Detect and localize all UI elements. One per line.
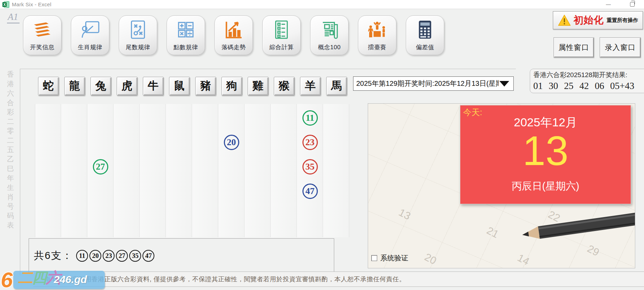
grid-column-蛇	[35, 104, 61, 237]
initialize-button[interactable]: 初始化 重置所有操作	[553, 11, 643, 29]
bar-chart-icon	[223, 19, 244, 40]
properties-window-button[interactable]: 属性窗口	[554, 37, 594, 58]
frame-line-top	[20, 69, 516, 69]
zodiac-button-馬[interactable]: 馬	[326, 77, 347, 96]
calendar-panel: 132120222914 今天: 2025年12月 13 丙辰日(星期六) 系统…	[368, 103, 635, 268]
toolbar-label: 綜合計算	[263, 43, 300, 51]
cell-ref-label: A1	[7, 12, 20, 23]
checklist-icon	[271, 19, 292, 40]
watermark-domain: 246.gd	[54, 274, 87, 285]
lottery-ball-35: 35	[302, 159, 318, 174]
result-panel: 香港六合彩2025128期开奖结果: 013025420605+43	[530, 69, 644, 93]
verify-checkbox[interactable]: 系统验证	[371, 253, 408, 263]
sidebar-vertical-title: 香港六合彩二零二五乙巳年生肖号码表	[6, 70, 15, 230]
toolbar-label: 尾数规律	[119, 43, 157, 51]
toolbar-button-deviation[interactable]: 偏差值	[406, 15, 444, 55]
summary-ball-11: 11	[76, 250, 88, 262]
calculator-icon	[414, 19, 436, 40]
zodiac-button-兔[interactable]: 兔	[90, 77, 111, 96]
presenter-icon	[79, 19, 101, 40]
zodiac-button-雞[interactable]: 雞	[248, 77, 269, 96]
grid-column-馬	[323, 104, 349, 237]
toolbar-label: 落碼走勢	[215, 43, 253, 51]
toolbar-button-zodiac-rule[interactable]: 生肖规律	[71, 15, 109, 55]
lottery-ball-11: 11	[302, 110, 318, 126]
period-select-value: 2025年第129期开奖时间:2025年12月13日(星期六)	[353, 79, 499, 88]
toolbar-label: 擂臺賽	[358, 43, 396, 51]
result-number: 01	[533, 81, 543, 91]
grid-column-雞	[244, 104, 271, 237]
grid-column-猴	[271, 104, 297, 237]
lottery-ball-27: 27	[93, 159, 108, 174]
toolbar-button-trend[interactable]: 落碼走勢	[214, 15, 253, 55]
result-numbers: 013025420605+43	[533, 81, 644, 91]
summary-ball-47: 47	[142, 250, 154, 262]
tactics-icon	[127, 19, 149, 40]
summary-ball-27: 27	[116, 250, 128, 262]
toolbar-button-tail-rule[interactable]: 尾数规律	[119, 15, 157, 55]
podium-icon	[366, 19, 388, 40]
summary-ball-23: 23	[103, 250, 115, 262]
result-number: 05+43	[610, 81, 634, 91]
grid-column-豬	[192, 104, 218, 237]
zodiac-button-蛇[interactable]: 蛇	[38, 77, 59, 96]
toolbar-button-concept100[interactable]: 概念100	[310, 15, 349, 55]
toolbar-button-arena[interactable]: 擂臺賽	[358, 15, 396, 55]
summary-balls: 112023273547	[76, 250, 154, 262]
lottery-ball-20: 20	[224, 135, 239, 150]
toolbar-label: 偏差值	[406, 43, 444, 51]
result-number: 30	[549, 81, 558, 91]
watermark-badge: 二四六 246.gd	[13, 271, 105, 289]
number-grid: 272011233547	[35, 104, 349, 237]
books-icon	[31, 19, 53, 40]
summary-ball-35: 35	[129, 250, 141, 262]
toolbar-label: 概念100	[310, 43, 348, 51]
toolbar-label: 开奖信息	[23, 43, 61, 51]
result-number: 25	[564, 81, 573, 91]
result-number: 42	[579, 81, 589, 91]
warning-icon	[558, 14, 571, 26]
zodiac-button-鼠[interactable]: 鼠	[169, 77, 190, 96]
toolbar-button-point-rule[interactable]: 點數規律	[167, 15, 205, 55]
grid-column-牛	[140, 104, 166, 237]
day-number: 13	[460, 127, 631, 174]
zodiac-button-牛[interactable]: 牛	[143, 77, 164, 96]
summary-box: 共6支： 112023273547	[29, 238, 334, 273]
initialize-label: 初始化	[573, 14, 604, 27]
checkbox-label: 系统验证	[380, 253, 408, 263]
disclaimer-bar: ※ 以上內容引用香港正版六合彩資料, 僅提供參考，不保證其正確性，閱覽者若用於投…	[33, 272, 644, 287]
zodiac-button-羊[interactable]: 羊	[300, 77, 321, 96]
svg-text:X: X	[3, 3, 6, 7]
zodiac-row: 蛇龍兔虎牛鼠豬狗雞猴羊馬	[35, 77, 356, 96]
toolbar-label: 點數規律	[167, 43, 205, 51]
date-card: 今天: 2025年12月 13 丙辰日(星期六)	[460, 105, 631, 204]
restore-button[interactable]	[625, 0, 639, 9]
newspaper-icon	[319, 19, 340, 40]
toolbar-button-calc[interactable]: 綜合計算	[262, 15, 301, 55]
zodiac-button-龍[interactable]: 龍	[64, 77, 85, 96]
toolbar-button-draw-info[interactable]: 开奖信息	[23, 15, 61, 55]
watermark-six: 6	[1, 267, 13, 290]
toolbar-label: 生肖规律	[71, 43, 109, 51]
zodiac-button-猴[interactable]: 猴	[274, 77, 295, 96]
math-grid-icon	[175, 19, 197, 40]
summary-label: 共6支：	[34, 249, 73, 263]
grid-column-龍	[61, 104, 87, 237]
zodiac-button-狗[interactable]: 狗	[221, 77, 242, 96]
excel-icon: X	[2, 1, 9, 8]
initialize-sublabel: 重置所有操作	[607, 17, 638, 24]
grid-column-鼠	[166, 104, 192, 237]
zodiac-button-虎[interactable]: 虎	[117, 77, 138, 96]
minimize-button[interactable]: —	[601, 0, 615, 9]
result-number: 06	[595, 81, 604, 91]
period-select[interactable]: 2025年第129期开奖时间:2025年12月13日(星期六)	[353, 76, 514, 91]
result-title: 香港六合彩2025128期开奖结果:	[533, 70, 644, 80]
checkbox-icon[interactable]	[371, 255, 377, 261]
chevron-down-icon[interactable]	[499, 81, 509, 87]
window-title: Mark Six - Excel	[12, 1, 51, 7]
zodiac-button-豬[interactable]: 豬	[195, 77, 216, 96]
window-titlebar: X Mark Six - Excel —	[0, 0, 644, 9]
restore-icon	[630, 2, 635, 7]
entry-window-button[interactable]: 录入窗口	[600, 37, 641, 58]
grid-column-狗	[218, 104, 244, 237]
